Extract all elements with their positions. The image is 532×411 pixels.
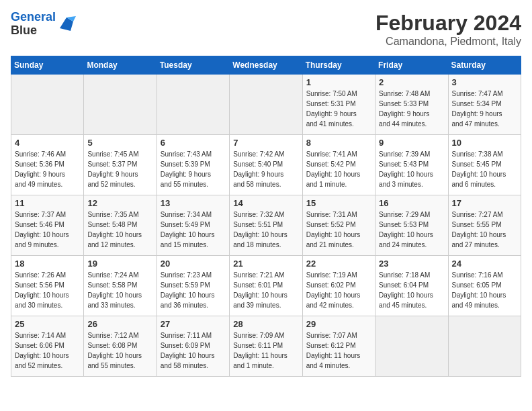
calendar-cell: 12Sunrise: 7:35 AM Sunset: 5:48 PM Dayli…: [84, 195, 157, 256]
day-number: 7: [233, 138, 298, 148]
day-number: 9: [379, 138, 444, 148]
calendar-cell: [157, 75, 229, 135]
day-number: 27: [161, 319, 226, 329]
day-info: Sunrise: 7:31 AM Sunset: 5:52 PM Dayligh…: [306, 210, 371, 250]
day-number: 14: [233, 198, 298, 208]
calendar-cell: 20Sunrise: 7:23 AM Sunset: 5:59 PM Dayli…: [157, 256, 229, 316]
calendar-cell: 6Sunrise: 7:43 AM Sunset: 5:39 PM Daylig…: [157, 135, 229, 195]
col-header-saturday: Saturday: [448, 56, 521, 75]
calendar-header-row: SundayMondayTuesdayWednesdayThursdayFrid…: [11, 56, 521, 75]
calendar-week-row: 1Sunrise: 7:50 AM Sunset: 5:31 PM Daylig…: [11, 75, 521, 135]
day-number: 10: [452, 138, 517, 148]
calendar-cell: 1Sunrise: 7:50 AM Sunset: 5:31 PM Daylig…: [302, 75, 375, 135]
title-area: February 2024 Camandona, Piedmont, Italy: [375, 11, 521, 48]
calendar-cell: 23Sunrise: 7:18 AM Sunset: 6:04 PM Dayli…: [375, 256, 448, 316]
month-title: February 2024: [375, 11, 521, 36]
day-number: 3: [452, 77, 517, 87]
calendar-cell: 22Sunrise: 7:19 AM Sunset: 6:02 PM Dayli…: [302, 256, 375, 316]
calendar-cell: 19Sunrise: 7:24 AM Sunset: 5:58 PM Dayli…: [84, 256, 157, 316]
day-number: 13: [161, 198, 226, 208]
calendar-cell: 15Sunrise: 7:31 AM Sunset: 5:52 PM Dayli…: [302, 195, 375, 256]
day-info: Sunrise: 7:09 AM Sunset: 6:11 PM Dayligh…: [233, 330, 298, 371]
calendar-cell: 9Sunrise: 7:39 AM Sunset: 5:43 PM Daylig…: [375, 135, 448, 195]
day-info: Sunrise: 7:41 AM Sunset: 5:42 PM Dayligh…: [306, 149, 371, 189]
calendar-week-row: 4Sunrise: 7:46 AM Sunset: 5:36 PM Daylig…: [11, 135, 521, 195]
day-number: 24: [452, 259, 517, 269]
calendar-cell: [448, 316, 521, 377]
day-info: Sunrise: 7:14 AM Sunset: 6:06 PM Dayligh…: [15, 330, 80, 371]
calendar-cell: 8Sunrise: 7:41 AM Sunset: 5:42 PM Daylig…: [302, 135, 375, 195]
day-info: Sunrise: 7:12 AM Sunset: 6:08 PM Dayligh…: [87, 330, 152, 371]
calendar-cell: 25Sunrise: 7:14 AM Sunset: 6:06 PM Dayli…: [11, 316, 84, 377]
day-number: 21: [233, 259, 298, 269]
calendar-cell: [84, 75, 157, 135]
calendar-cell: 17Sunrise: 7:27 AM Sunset: 5:55 PM Dayli…: [448, 195, 521, 256]
calendar-cell: 28Sunrise: 7:09 AM Sunset: 6:11 PM Dayli…: [230, 316, 302, 377]
day-info: Sunrise: 7:24 AM Sunset: 5:58 PM Dayligh…: [87, 270, 152, 310]
col-header-thursday: Thursday: [302, 56, 375, 75]
col-header-friday: Friday: [375, 56, 448, 75]
day-number: 29: [306, 319, 371, 329]
day-number: 4: [15, 138, 80, 148]
day-info: Sunrise: 7:37 AM Sunset: 5:46 PM Dayligh…: [15, 210, 80, 250]
day-number: 1: [306, 77, 371, 87]
day-number: 17: [452, 198, 517, 208]
day-number: 25: [15, 319, 80, 329]
day-info: Sunrise: 7:35 AM Sunset: 5:48 PM Dayligh…: [87, 210, 152, 250]
day-info: Sunrise: 7:27 AM Sunset: 5:55 PM Dayligh…: [452, 210, 517, 250]
calendar-table: SundayMondayTuesdayWednesdayThursdayFrid…: [11, 56, 521, 377]
calendar-cell: [375, 316, 448, 377]
calendar-cell: [11, 75, 84, 135]
calendar-week-row: 11Sunrise: 7:37 AM Sunset: 5:46 PM Dayli…: [11, 195, 521, 256]
day-number: 22: [306, 259, 371, 269]
col-header-wednesday: Wednesday: [230, 56, 302, 75]
day-info: Sunrise: 7:34 AM Sunset: 5:49 PM Dayligh…: [161, 210, 226, 250]
col-header-tuesday: Tuesday: [157, 56, 229, 75]
calendar-cell: 29Sunrise: 7:07 AM Sunset: 6:12 PM Dayli…: [302, 316, 375, 377]
day-info: Sunrise: 7:29 AM Sunset: 5:53 PM Dayligh…: [379, 210, 444, 250]
day-number: 20: [161, 259, 226, 269]
day-number: 6: [161, 138, 226, 148]
calendar-cell: 16Sunrise: 7:29 AM Sunset: 5:53 PM Dayli…: [375, 195, 448, 256]
day-number: 16: [379, 198, 444, 208]
calendar-cell: 3Sunrise: 7:47 AM Sunset: 5:34 PM Daylig…: [448, 75, 521, 135]
day-info: Sunrise: 7:38 AM Sunset: 5:45 PM Dayligh…: [452, 149, 517, 189]
logo: GeneralBlue: [11, 11, 76, 38]
calendar-cell: 2Sunrise: 7:48 AM Sunset: 5:33 PM Daylig…: [375, 75, 448, 135]
day-number: 15: [306, 198, 371, 208]
day-info: Sunrise: 7:19 AM Sunset: 6:02 PM Dayligh…: [306, 270, 371, 310]
day-info: Sunrise: 7:50 AM Sunset: 5:31 PM Dayligh…: [306, 89, 371, 129]
day-number: 26: [87, 319, 152, 329]
header: GeneralBlue February 2024 Camandona, Pie…: [11, 11, 521, 48]
location-title: Camandona, Piedmont, Italy: [375, 36, 521, 48]
day-number: 12: [87, 198, 152, 208]
day-info: Sunrise: 7:11 AM Sunset: 6:09 PM Dayligh…: [161, 330, 226, 371]
calendar-cell: 5Sunrise: 7:45 AM Sunset: 5:37 PM Daylig…: [84, 135, 157, 195]
logo-text: GeneralBlue: [11, 11, 56, 38]
day-number: 11: [15, 198, 80, 208]
day-info: Sunrise: 7:23 AM Sunset: 5:59 PM Dayligh…: [161, 270, 226, 310]
day-info: Sunrise: 7:42 AM Sunset: 5:40 PM Dayligh…: [233, 149, 298, 189]
day-info: Sunrise: 7:07 AM Sunset: 6:12 PM Dayligh…: [306, 330, 371, 371]
calendar-cell: 24Sunrise: 7:16 AM Sunset: 6:05 PM Dayli…: [448, 256, 521, 316]
day-number: 2: [379, 77, 444, 87]
calendar-cell: 18Sunrise: 7:26 AM Sunset: 5:56 PM Dayli…: [11, 256, 84, 316]
day-number: 23: [379, 259, 444, 269]
day-info: Sunrise: 7:39 AM Sunset: 5:43 PM Dayligh…: [379, 149, 444, 189]
day-info: Sunrise: 7:45 AM Sunset: 5:37 PM Dayligh…: [87, 149, 152, 189]
day-number: 28: [233, 319, 298, 329]
calendar-week-row: 25Sunrise: 7:14 AM Sunset: 6:06 PM Dayli…: [11, 316, 521, 377]
calendar-cell: [230, 75, 302, 135]
calendar-cell: 4Sunrise: 7:46 AM Sunset: 5:36 PM Daylig…: [11, 135, 84, 195]
calendar-cell: 10Sunrise: 7:38 AM Sunset: 5:45 PM Dayli…: [448, 135, 521, 195]
day-info: Sunrise: 7:47 AM Sunset: 5:34 PM Dayligh…: [452, 89, 517, 129]
day-info: Sunrise: 7:16 AM Sunset: 6:05 PM Dayligh…: [452, 270, 517, 310]
calendar-cell: 11Sunrise: 7:37 AM Sunset: 5:46 PM Dayli…: [11, 195, 84, 256]
day-number: 19: [87, 259, 152, 269]
day-info: Sunrise: 7:21 AM Sunset: 6:01 PM Dayligh…: [233, 270, 298, 310]
day-number: 8: [306, 138, 371, 148]
col-header-monday: Monday: [84, 56, 157, 75]
day-info: Sunrise: 7:43 AM Sunset: 5:39 PM Dayligh…: [161, 149, 226, 189]
calendar-cell: 21Sunrise: 7:21 AM Sunset: 6:01 PM Dayli…: [230, 256, 302, 316]
day-info: Sunrise: 7:26 AM Sunset: 5:56 PM Dayligh…: [15, 270, 80, 310]
